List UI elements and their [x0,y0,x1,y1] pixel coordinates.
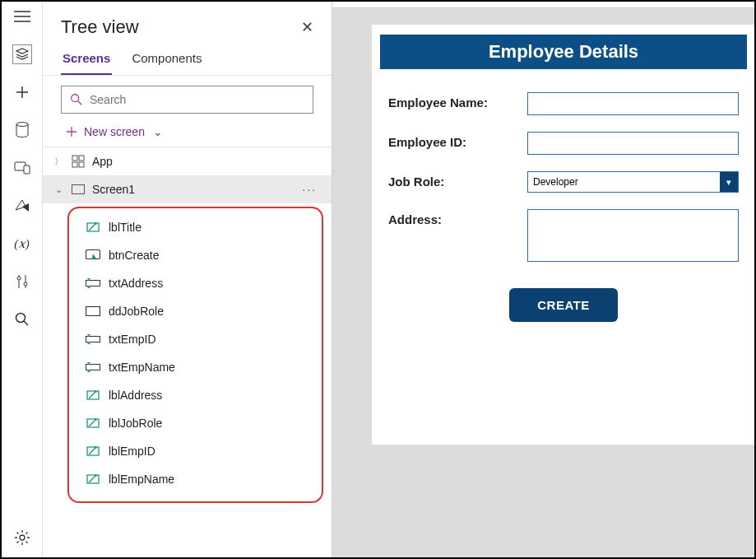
create-button[interactable]: CREATE [509,288,618,322]
left-icon-rail: (𝑥) [2,2,43,557]
tree-child-label: lblAddress [109,389,162,402]
tree-child-ddJobRole[interactable]: ddJobRole [72,297,318,325]
add-icon[interactable] [12,82,32,102]
chevron-down-icon: ⌄ [153,125,163,138]
text-control-icon [86,332,100,347]
address-label: Address: [388,209,516,226]
tree-child-label: ddJobRole [109,305,164,318]
svg-rect-10 [72,162,77,167]
tree-child-label: txtEmpName [109,361,175,374]
svg-rect-18 [86,365,100,370]
hamburger-icon[interactable] [12,7,32,26]
database-icon[interactable] [12,120,32,140]
panel-tabs: Screens Components [43,46,332,76]
svg-rect-11 [79,162,84,167]
svg-rect-2 [24,165,30,174]
label-control-icon [86,444,100,459]
svg-rect-9 [79,156,84,161]
text-control-icon [86,360,100,375]
tree-child-label: lblTitle [109,221,141,234]
tree-node-label: App [92,155,113,168]
empid-label: Employee ID: [388,132,516,149]
empid-input[interactable] [527,132,739,155]
text-control-icon [86,276,100,291]
tree-child-lblAddress[interactable]: lblAddress [72,381,318,409]
empname-label: Employee Name: [388,92,516,109]
chevron-down-icon: ▾ [720,172,738,192]
tree-child-txtAddress[interactable]: txtAddress [72,269,318,297]
svg-point-4 [24,282,27,286]
new-screen-button[interactable]: New screen ⌄ [43,120,332,147]
panel-title: Tree view [61,16,139,38]
svg-point-5 [16,314,25,323]
tree-child-label: lblEmpID [109,445,155,458]
tree-child-lblJobRole[interactable]: lblJobRole [72,409,318,437]
tree-child-txtEmpID[interactable]: txtEmpID [72,325,318,353]
jobrole-select[interactable]: Developer ▾ [527,171,739,193]
variable-icon[interactable]: (𝑥) [12,234,32,254]
tree-child-lblTitle[interactable]: lblTitle [72,213,318,241]
search-input[interactable] [90,93,304,106]
chevron-right-icon: 〉 [53,156,64,168]
highlight-annotation: lblTitlebtnCreatetxtAddressddJobRoletxtE… [67,207,323,503]
tree-child-lblEmpID[interactable]: lblEmpID [72,437,318,465]
design-canvas: Employee Details Employee Name: Employee… [332,2,754,557]
svg-rect-12 [72,185,85,194]
button-control-icon [86,248,100,263]
svg-rect-16 [86,307,100,316]
devices-icon[interactable] [12,158,32,178]
form-title: Employee Details [380,35,747,69]
more-icon[interactable]: ··· [302,183,317,196]
address-textarea[interactable] [527,209,739,262]
shapes-icon[interactable] [12,196,32,216]
close-icon[interactable]: ✕ [301,18,313,36]
svg-rect-8 [72,156,77,161]
tree-node-label: Screen1 [92,183,135,196]
tab-screens[interactable]: Screens [61,46,112,75]
svg-point-3 [17,277,21,280]
chevron-down-icon: ⌄ [53,184,64,195]
tools-icon[interactable] [12,272,32,291]
label-control-icon [86,472,100,487]
tree-child-btnCreate[interactable]: btnCreate [72,241,318,269]
tree-child-txtEmpName[interactable]: txtEmpName [72,353,318,381]
tree-child-label: lblJobRole [109,417,162,430]
jobrole-value: Developer [533,176,578,188]
form-card: Employee Details Employee Name: Employee… [372,25,755,445]
tree-child-label: lblEmpName [109,473,174,486]
label-control-icon [86,220,100,235]
jobrole-label: Job Role: [388,171,516,189]
tree-node-screen1[interactable]: ⌄ Screen1 ··· [43,175,332,203]
svg-rect-17 [86,337,100,342]
svg-point-7 [72,95,79,102]
empname-input[interactable] [527,92,739,115]
tab-components[interactable]: Components [130,46,203,75]
svg-point-0 [16,123,28,127]
svg-point-6 [20,535,25,540]
label-control-icon [86,388,100,403]
search-icon [70,93,83,106]
tree-child-label: btnCreate [109,249,159,262]
tree-view-panel: Tree view ✕ Screens Components New scree… [43,2,332,557]
search-box[interactable] [61,86,313,114]
layers-icon[interactable] [12,44,32,64]
rect-control-icon [86,304,100,319]
label-control-icon [86,416,100,431]
gear-icon[interactable] [12,528,32,547]
svg-rect-15 [86,281,100,286]
tree-child-label: txtAddress [109,277,163,290]
tree-child-label: txtEmpID [109,333,156,346]
screen-icon [71,182,86,197]
tree-child-lblEmpName[interactable]: lblEmpName [72,465,318,493]
new-screen-label: New screen [84,125,145,138]
plus-icon [66,126,77,137]
tree-node-app[interactable]: 〉 App [43,147,332,175]
search-icon[interactable] [12,310,32,329]
app-icon [71,154,86,169]
